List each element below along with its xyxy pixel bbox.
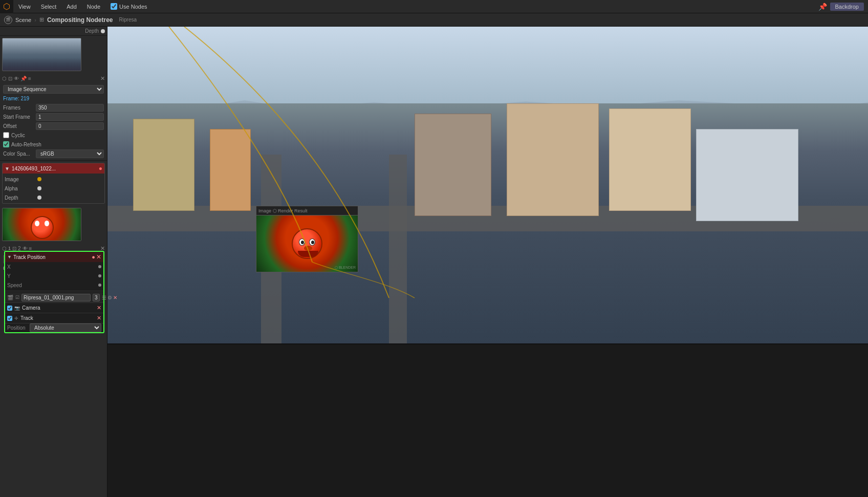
- colorspace-row: Color Spa... sRGB: [3, 149, 104, 158]
- image-sequence-row: Image Sequence: [3, 84, 104, 94]
- toon-pupil-right: [311, 241, 314, 244]
- auto-refresh-checkbox[interactable]: [3, 141, 9, 147]
- scene-sub: Ripresa: [119, 17, 137, 23]
- track-speed-row: Speed: [5, 280, 103, 290]
- track-track-checkbox[interactable]: [7, 316, 12, 321]
- colorspace-label: Color Spa...: [3, 151, 34, 157]
- connection-lines-svg: [107, 344, 868, 497]
- track-pos-title: Track Position: [13, 254, 92, 260]
- top-bar-right: 📌 Backdrop: [818, 3, 868, 11]
- image-thumbnail-2: [0, 206, 107, 243]
- node-block-body: Image Alpha Depth: [3, 174, 104, 203]
- node-image-label: Image: [5, 177, 35, 182]
- building-4: [507, 103, 599, 216]
- toon-character-display: ⬡ BLENDER: [256, 215, 358, 272]
- backdrop-button[interactable]: Backdrop: [830, 3, 864, 11]
- menu-select[interactable]: Select: [36, 0, 62, 13]
- node-controls-1: ⬡ ⊡ 👁 📌 ≡ ✕: [0, 73, 107, 83]
- ctrl-icon-5: ≡: [29, 246, 32, 251]
- track-clip-num[interactable]: 3: [93, 294, 100, 301]
- frames-value[interactable]: 350: [36, 104, 104, 112]
- cyclic-row: Cyclic: [3, 131, 104, 140]
- offset-label: Offset: [3, 123, 34, 129]
- node-block-red: ▼ 142606493_1022... ● Image Alpha Depth: [2, 163, 105, 204]
- depth-socket: [101, 29, 105, 33]
- offset-value[interactable]: 0: [36, 122, 104, 130]
- track-track-icon: ✛: [14, 316, 18, 321]
- track-position-label: Position: [7, 325, 28, 331]
- track-clip-close[interactable]: ✕: [113, 295, 117, 300]
- toon-face: [292, 228, 322, 259]
- eye-icon: 👁: [14, 76, 19, 81]
- track-camera-checkbox[interactable]: [7, 306, 12, 311]
- toon-eye-right: [309, 239, 315, 246]
- colorspace-dropdown[interactable]: sRGB: [36, 149, 104, 158]
- toon-thumbnail: [2, 208, 81, 241]
- node-block-header: ▼ 142606493_1022... ●: [3, 163, 104, 174]
- offset-row: Offset 0: [3, 121, 104, 131]
- node-block-close[interactable]: ●: [99, 165, 102, 172]
- scene-bar: 🎬 Scene › ⊞ Compositing Nodetree Ripresa: [0, 13, 868, 27]
- viewport-node-title: Image ⬡ Render Result: [258, 208, 308, 213]
- ctrl-icon-2: ⊡: [12, 246, 16, 251]
- track-camera-close[interactable]: ✕: [97, 305, 101, 311]
- viewport-background: Image ⬡ Render Result ⬡ BLENDER: [107, 27, 868, 343]
- menu-add[interactable]: Add: [61, 0, 82, 13]
- viewport-floating-node: Image ⬡ Render Result ⬡ BLENDER: [256, 206, 358, 272]
- image-sequence-dropdown[interactable]: Image Sequence: [3, 85, 104, 94]
- track-browse-icon[interactable]: ☰: [102, 295, 106, 300]
- divider-1: [0, 160, 107, 161]
- use-nodes-toggle[interactable]: Use Nodes: [105, 0, 152, 13]
- track-position-dropdown[interactable]: Absolute: [30, 323, 101, 332]
- depth-header: Depth: [0, 27, 107, 36]
- track-pos-dot: ●: [92, 254, 95, 260]
- toon-mouth: [298, 251, 318, 257]
- view-icon: ⊡: [8, 76, 12, 81]
- node-alpha-label: Alpha: [5, 186, 35, 191]
- node-collapse-arrow[interactable]: ▼: [5, 166, 10, 171]
- viewport-node-header: Image ⬡ Render Result: [256, 206, 358, 215]
- track-clip-name[interactable]: [21, 294, 91, 301]
- use-nodes-checkbox[interactable]: [111, 3, 117, 10]
- track-clip-checkbox-icon: ☑: [15, 295, 19, 300]
- scene-label: Scene: [15, 17, 31, 23]
- menu-node[interactable]: Node: [82, 0, 105, 13]
- ctrl-number: 1: [8, 246, 11, 251]
- scene-separator: ›: [34, 17, 36, 23]
- track-y-label: Y: [7, 273, 33, 279]
- track-divider: [5, 291, 103, 291]
- start-frame-value[interactable]: 1: [36, 113, 104, 121]
- main-viewport: Image ⬡ Render Result ⬡ BLENDER: [107, 27, 868, 343]
- menu-view[interactable]: View: [13, 0, 36, 13]
- node-alpha-row: Alpha: [5, 184, 102, 193]
- pin-icon[interactable]: 📌: [818, 3, 827, 11]
- image-thumbnail-1: [0, 36, 107, 73]
- track-camera-label: Camera: [22, 305, 95, 311]
- track-camera-row: 📷 Camera ✕: [5, 302, 103, 313]
- depth-label: Depth: [85, 28, 99, 34]
- start-frame-label: Start Frame: [3, 114, 34, 120]
- track-speed-label: Speed: [7, 283, 33, 288]
- cyclic-label: Cyclic: [11, 133, 42, 138]
- scene-icon: 🎬: [4, 16, 12, 24]
- track-track-label: Track: [20, 315, 95, 321]
- cyclic-checkbox[interactable]: [3, 132, 9, 138]
- list-icon: ≡: [28, 76, 31, 81]
- node-close-1[interactable]: ✕: [100, 75, 105, 82]
- toon-logo: ⬡ BLENDER: [335, 266, 356, 270]
- track-x-socket: [98, 265, 101, 268]
- track-settings-icon[interactable]: ⚙: [107, 295, 112, 300]
- node-block-title: 142606493_1022...: [12, 166, 99, 171]
- track-position-row: Position Absolute: [5, 323, 103, 332]
- track-pos-close[interactable]: ✕: [96, 253, 101, 261]
- track-track-close[interactable]: ✕: [97, 315, 101, 321]
- road-v-2: [389, 155, 407, 343]
- top-menu-bar: ⬡ View Select Add Node Use Nodes 📌 Backd…: [0, 0, 868, 13]
- alpha-socket: [37, 186, 41, 190]
- track-x-label: X: [7, 264, 33, 270]
- node-depth-label: Depth: [5, 195, 35, 201]
- ctrl-icon-4: 👁: [23, 246, 28, 251]
- building-3: [415, 114, 491, 216]
- frame-row: Frame: 219: [3, 94, 104, 103]
- track-pos-arrow[interactable]: ▼: [7, 254, 12, 260]
